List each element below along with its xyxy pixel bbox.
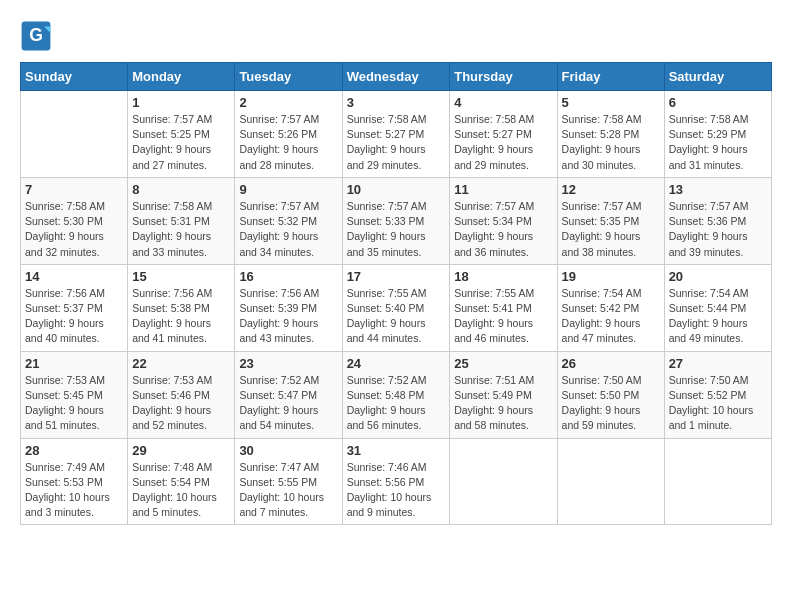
day-number: 5: [562, 95, 660, 110]
day-number: 2: [239, 95, 337, 110]
day-number: 10: [347, 182, 446, 197]
day-info: Sunrise: 7:57 AM Sunset: 5:33 PM Dayligh…: [347, 199, 446, 260]
day-number: 6: [669, 95, 767, 110]
calendar-cell: 19Sunrise: 7:54 AM Sunset: 5:42 PM Dayli…: [557, 264, 664, 351]
calendar-cell: [450, 438, 557, 525]
day-info: Sunrise: 7:58 AM Sunset: 5:28 PM Dayligh…: [562, 112, 660, 173]
weekday-header-wednesday: Wednesday: [342, 63, 450, 91]
day-number: 21: [25, 356, 123, 371]
day-number: 28: [25, 443, 123, 458]
day-info: Sunrise: 7:53 AM Sunset: 5:46 PM Dayligh…: [132, 373, 230, 434]
day-info: Sunrise: 7:50 AM Sunset: 5:52 PM Dayligh…: [669, 373, 767, 434]
day-number: 12: [562, 182, 660, 197]
day-info: Sunrise: 7:55 AM Sunset: 5:41 PM Dayligh…: [454, 286, 552, 347]
svg-text:G: G: [29, 25, 43, 45]
calendar-body: 1Sunrise: 7:57 AM Sunset: 5:25 PM Daylig…: [21, 91, 772, 525]
day-info: Sunrise: 7:57 AM Sunset: 5:26 PM Dayligh…: [239, 112, 337, 173]
day-info: Sunrise: 7:50 AM Sunset: 5:50 PM Dayligh…: [562, 373, 660, 434]
day-number: 1: [132, 95, 230, 110]
calendar-cell: [664, 438, 771, 525]
calendar-cell: 11Sunrise: 7:57 AM Sunset: 5:34 PM Dayli…: [450, 177, 557, 264]
day-info: Sunrise: 7:58 AM Sunset: 5:31 PM Dayligh…: [132, 199, 230, 260]
calendar-week-row: 14Sunrise: 7:56 AM Sunset: 5:37 PM Dayli…: [21, 264, 772, 351]
day-number: 18: [454, 269, 552, 284]
calendar-week-row: 21Sunrise: 7:53 AM Sunset: 5:45 PM Dayli…: [21, 351, 772, 438]
calendar-week-row: 7Sunrise: 7:58 AM Sunset: 5:30 PM Daylig…: [21, 177, 772, 264]
day-number: 26: [562, 356, 660, 371]
weekday-header-friday: Friday: [557, 63, 664, 91]
day-info: Sunrise: 7:51 AM Sunset: 5:49 PM Dayligh…: [454, 373, 552, 434]
day-number: 22: [132, 356, 230, 371]
day-number: 31: [347, 443, 446, 458]
calendar-cell: 21Sunrise: 7:53 AM Sunset: 5:45 PM Dayli…: [21, 351, 128, 438]
calendar-header-row: SundayMondayTuesdayWednesdayThursdayFrid…: [21, 63, 772, 91]
calendar-cell: 23Sunrise: 7:52 AM Sunset: 5:47 PM Dayli…: [235, 351, 342, 438]
logo-icon: G: [20, 20, 52, 52]
day-info: Sunrise: 7:46 AM Sunset: 5:56 PM Dayligh…: [347, 460, 446, 521]
calendar-cell: 10Sunrise: 7:57 AM Sunset: 5:33 PM Dayli…: [342, 177, 450, 264]
calendar-cell: 17Sunrise: 7:55 AM Sunset: 5:40 PM Dayli…: [342, 264, 450, 351]
day-info: Sunrise: 7:47 AM Sunset: 5:55 PM Dayligh…: [239, 460, 337, 521]
day-number: 19: [562, 269, 660, 284]
calendar-cell: 22Sunrise: 7:53 AM Sunset: 5:46 PM Dayli…: [128, 351, 235, 438]
calendar-cell: 31Sunrise: 7:46 AM Sunset: 5:56 PM Dayli…: [342, 438, 450, 525]
day-info: Sunrise: 7:56 AM Sunset: 5:38 PM Dayligh…: [132, 286, 230, 347]
calendar-cell: 6Sunrise: 7:58 AM Sunset: 5:29 PM Daylig…: [664, 91, 771, 178]
day-number: 3: [347, 95, 446, 110]
day-number: 13: [669, 182, 767, 197]
calendar-cell: 12Sunrise: 7:57 AM Sunset: 5:35 PM Dayli…: [557, 177, 664, 264]
day-info: Sunrise: 7:54 AM Sunset: 5:42 PM Dayligh…: [562, 286, 660, 347]
day-info: Sunrise: 7:52 AM Sunset: 5:48 PM Dayligh…: [347, 373, 446, 434]
calendar-cell: 9Sunrise: 7:57 AM Sunset: 5:32 PM Daylig…: [235, 177, 342, 264]
calendar-cell: [21, 91, 128, 178]
calendar-cell: 2Sunrise: 7:57 AM Sunset: 5:26 PM Daylig…: [235, 91, 342, 178]
logo: G: [20, 20, 56, 52]
day-info: Sunrise: 7:56 AM Sunset: 5:37 PM Dayligh…: [25, 286, 123, 347]
day-info: Sunrise: 7:56 AM Sunset: 5:39 PM Dayligh…: [239, 286, 337, 347]
calendar-cell: 18Sunrise: 7:55 AM Sunset: 5:41 PM Dayli…: [450, 264, 557, 351]
calendar-cell: 8Sunrise: 7:58 AM Sunset: 5:31 PM Daylig…: [128, 177, 235, 264]
day-info: Sunrise: 7:57 AM Sunset: 5:35 PM Dayligh…: [562, 199, 660, 260]
day-info: Sunrise: 7:58 AM Sunset: 5:27 PM Dayligh…: [347, 112, 446, 173]
day-number: 9: [239, 182, 337, 197]
calendar-cell: [557, 438, 664, 525]
day-number: 27: [669, 356, 767, 371]
day-info: Sunrise: 7:49 AM Sunset: 5:53 PM Dayligh…: [25, 460, 123, 521]
calendar-table: SundayMondayTuesdayWednesdayThursdayFrid…: [20, 62, 772, 525]
calendar-cell: 26Sunrise: 7:50 AM Sunset: 5:50 PM Dayli…: [557, 351, 664, 438]
calendar-cell: 4Sunrise: 7:58 AM Sunset: 5:27 PM Daylig…: [450, 91, 557, 178]
day-info: Sunrise: 7:57 AM Sunset: 5:36 PM Dayligh…: [669, 199, 767, 260]
calendar-week-row: 1Sunrise: 7:57 AM Sunset: 5:25 PM Daylig…: [21, 91, 772, 178]
calendar-cell: 30Sunrise: 7:47 AM Sunset: 5:55 PM Dayli…: [235, 438, 342, 525]
day-number: 20: [669, 269, 767, 284]
day-info: Sunrise: 7:57 AM Sunset: 5:32 PM Dayligh…: [239, 199, 337, 260]
day-number: 17: [347, 269, 446, 284]
calendar-cell: 24Sunrise: 7:52 AM Sunset: 5:48 PM Dayli…: [342, 351, 450, 438]
calendar-cell: 25Sunrise: 7:51 AM Sunset: 5:49 PM Dayli…: [450, 351, 557, 438]
day-info: Sunrise: 7:54 AM Sunset: 5:44 PM Dayligh…: [669, 286, 767, 347]
calendar-cell: 27Sunrise: 7:50 AM Sunset: 5:52 PM Dayli…: [664, 351, 771, 438]
day-number: 23: [239, 356, 337, 371]
weekday-header-saturday: Saturday: [664, 63, 771, 91]
calendar-cell: 13Sunrise: 7:57 AM Sunset: 5:36 PM Dayli…: [664, 177, 771, 264]
day-number: 11: [454, 182, 552, 197]
day-info: Sunrise: 7:58 AM Sunset: 5:29 PM Dayligh…: [669, 112, 767, 173]
day-number: 24: [347, 356, 446, 371]
day-number: 8: [132, 182, 230, 197]
day-info: Sunrise: 7:57 AM Sunset: 5:25 PM Dayligh…: [132, 112, 230, 173]
day-number: 4: [454, 95, 552, 110]
calendar-cell: 20Sunrise: 7:54 AM Sunset: 5:44 PM Dayli…: [664, 264, 771, 351]
calendar-week-row: 28Sunrise: 7:49 AM Sunset: 5:53 PM Dayli…: [21, 438, 772, 525]
day-info: Sunrise: 7:55 AM Sunset: 5:40 PM Dayligh…: [347, 286, 446, 347]
day-info: Sunrise: 7:53 AM Sunset: 5:45 PM Dayligh…: [25, 373, 123, 434]
day-info: Sunrise: 7:58 AM Sunset: 5:30 PM Dayligh…: [25, 199, 123, 260]
weekday-header-tuesday: Tuesday: [235, 63, 342, 91]
day-number: 7: [25, 182, 123, 197]
calendar-cell: 3Sunrise: 7:58 AM Sunset: 5:27 PM Daylig…: [342, 91, 450, 178]
day-info: Sunrise: 7:48 AM Sunset: 5:54 PM Dayligh…: [132, 460, 230, 521]
calendar-cell: 5Sunrise: 7:58 AM Sunset: 5:28 PM Daylig…: [557, 91, 664, 178]
calendar-cell: 16Sunrise: 7:56 AM Sunset: 5:39 PM Dayli…: [235, 264, 342, 351]
day-number: 25: [454, 356, 552, 371]
day-number: 30: [239, 443, 337, 458]
weekday-header-sunday: Sunday: [21, 63, 128, 91]
